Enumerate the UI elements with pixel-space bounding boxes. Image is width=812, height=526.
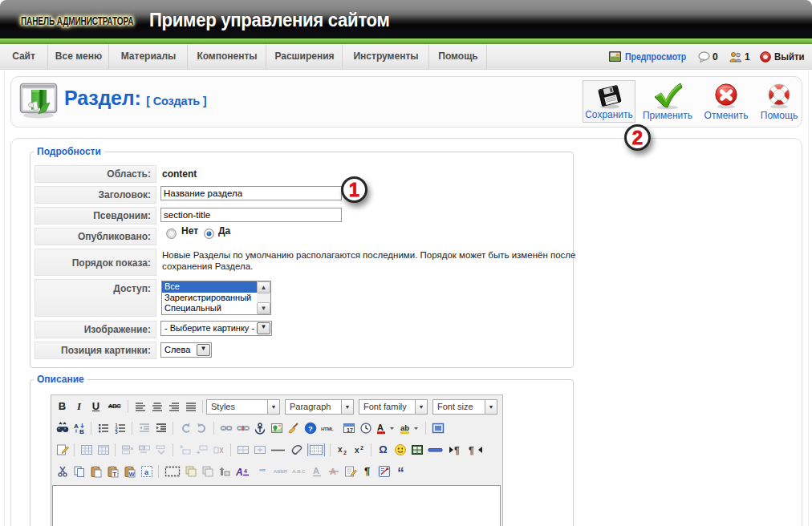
svg-text:B: B [79,428,84,435]
svg-text:ab: ab [400,423,409,432]
svg-text:17: 17 [347,427,353,433]
svg-text:A: A [377,423,384,432]
svg-text:HTML: HTML [321,427,334,431]
svg-text:2: 2 [343,450,347,455]
svg-text:+: + [197,450,200,455]
svg-text:x: x [338,445,343,454]
svg-text:4: 4 [244,468,247,474]
svg-text:¶: ¶ [454,445,460,456]
svg-text:A: A [74,423,79,430]
svg-text:2: 2 [360,445,363,451]
svg-text:T: T [112,471,116,478]
svg-text:3: 3 [115,430,117,435]
svg-text:A: A [313,466,319,475]
svg-text:x: x [355,446,359,455]
svg-text:?: ? [308,424,313,433]
svg-text:¶: ¶ [469,445,474,456]
svg-text:W: W [128,471,135,478]
svg-text:+: + [180,444,183,450]
svg-text:A: A [235,467,243,478]
svg-text:a: a [130,446,133,451]
